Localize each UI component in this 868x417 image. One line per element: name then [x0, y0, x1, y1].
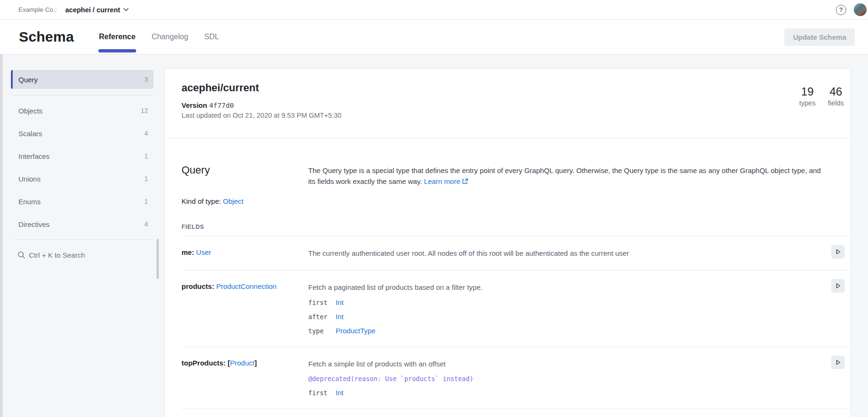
field-type-link[interactable]: User — [196, 248, 211, 256]
top-bar: Example Co.: acephei / current ? — [0, 0, 868, 20]
page-scrollbar[interactable] — [0, 54, 3, 417]
argument-name: first — [308, 389, 336, 397]
user-avatar[interactable] — [854, 3, 867, 16]
sidebar-item-query[interactable]: Query 3 — [11, 70, 154, 89]
active-tab-underline — [98, 49, 136, 52]
sidebar-item-scalars[interactable]: Scalars 4 — [11, 122, 154, 145]
field-description: Fetch a simple list of products with an … — [308, 359, 822, 369]
sidebar-item-interfaces[interactable]: Interfaces 1 — [11, 145, 154, 167]
search-icon — [17, 251, 26, 259]
run-in-explorer-button[interactable] — [831, 279, 845, 293]
sidebar-scrollbar-thumb[interactable] — [156, 239, 159, 279]
argument-row: first Int — [308, 298, 822, 306]
field-description: Fetch a paginated list of products based… — [308, 282, 822, 292]
run-in-explorer-button[interactable] — [831, 245, 845, 259]
sidebar-item-unions[interactable]: Unions 1 — [11, 167, 154, 190]
field-type-link[interactable]: Product — [230, 359, 255, 367]
argument-name: after — [308, 313, 336, 321]
fields-section-label: FIELDS — [182, 224, 851, 230]
argument-type-link[interactable]: Int — [336, 389, 344, 397]
page-title: Schema — [19, 29, 74, 45]
field-name: me: User — [182, 248, 308, 258]
count-badge: 1 — [144, 198, 148, 205]
sidebar-divider — [13, 95, 152, 96]
version-label: Version — [182, 101, 207, 109]
tab-sdl[interactable]: SDL — [204, 20, 219, 54]
count-badge: 3 — [144, 76, 148, 83]
field-row-topproducts: topProducts: [Product] Fetch a simple li… — [182, 347, 851, 409]
sidebar-item-objects[interactable]: Objects 12 — [11, 99, 154, 122]
schema-search-trigger[interactable]: Ctrl + K to Search — [11, 240, 154, 268]
field-name: products: ProductConnection — [182, 282, 308, 335]
argument-name: first — [308, 299, 336, 306]
count-badge: 1 — [144, 175, 148, 182]
tab-bar: Reference Changelog SDL — [99, 20, 219, 54]
content-area: Query 3 Objects 12 Scalars 4 Interfaces … — [0, 54, 868, 417]
play-icon — [834, 248, 842, 255]
play-icon — [834, 359, 842, 366]
argument-type-link[interactable]: ProductType — [336, 327, 375, 335]
type-name-heading: Query — [182, 164, 308, 176]
page-header: Schema Reference Changelog SDL Update Sc… — [0, 20, 868, 54]
argument-row: first Int — [308, 389, 822, 397]
graph-selector-value: acephei / current — [65, 6, 120, 14]
sidebar-item-enums[interactable]: Enums 1 — [11, 190, 154, 213]
last-updated: Last updated on Oct 21, 2020 at 9:53 PM … — [182, 112, 833, 119]
argument-row: after Int — [308, 313, 822, 321]
field-description: The currently authenticated user root. A… — [308, 248, 822, 258]
fields-count: 46 fields — [828, 85, 844, 107]
play-icon — [834, 282, 842, 289]
count-badge: 1 — [144, 152, 148, 160]
schema-stats: 19 types 46 fields — [799, 85, 844, 107]
field-name: topProducts: [Product] — [182, 359, 308, 397]
graph-selector-dropdown[interactable]: acephei / current — [65, 6, 129, 14]
tab-changelog[interactable]: Changelog — [152, 20, 188, 54]
run-in-explorer-button[interactable] — [831, 356, 845, 369]
version-line: Version 4f77d0 — [182, 101, 833, 109]
deprecated-directive: @deprecated(reason: Use `products` inste… — [308, 375, 822, 382]
field-row-products: products: ProductConnection Fetch a pagi… — [182, 270, 851, 347]
field-type-link[interactable]: ProductConnection — [216, 282, 277, 290]
count-badge: 12 — [140, 107, 148, 114]
update-schema-button[interactable]: Update Schema — [784, 28, 855, 46]
argument-name: type — [308, 327, 336, 335]
field-row-me: me: User The currently authenticated use… — [182, 236, 851, 270]
type-nav-sidebar: Query 3 Objects 12 Scalars 4 Interfaces … — [11, 70, 154, 268]
argument-type-link[interactable]: Int — [336, 298, 344, 306]
search-hint: Ctrl + K to Search — [29, 251, 85, 259]
count-badge: 4 — [144, 130, 148, 137]
types-count: 19 types — [799, 85, 816, 107]
argument-type-link[interactable]: Int — [336, 313, 344, 321]
count-badge: 4 — [144, 220, 148, 228]
schema-reference-card: acephei/current Version 4f77d0 Last upda… — [164, 69, 851, 417]
version-hash: 4f77d0 — [209, 102, 234, 109]
sidebar-item-directives[interactable]: Directives 4 — [11, 213, 154, 235]
external-link-icon — [462, 176, 468, 187]
kind-object-link[interactable]: Object — [223, 197, 243, 205]
help-icon[interactable]: ? — [836, 5, 846, 15]
version-header: acephei/current Version 4f77d0 Last upda… — [165, 69, 851, 139]
org-label: Example Co.: — [18, 6, 57, 13]
query-type-section: Query The Query type is a special type t… — [165, 139, 851, 409]
kind-of-type-row: Kind of type: Object — [182, 197, 851, 205]
graph-title: acephei/current — [182, 82, 833, 94]
type-description: The Query type is a special type that de… — [308, 164, 828, 187]
learn-more-link[interactable]: Learn more — [424, 177, 460, 185]
chevron-down-icon — [123, 8, 129, 11]
tab-reference[interactable]: Reference — [99, 20, 135, 54]
argument-row: type ProductType — [308, 327, 822, 335]
